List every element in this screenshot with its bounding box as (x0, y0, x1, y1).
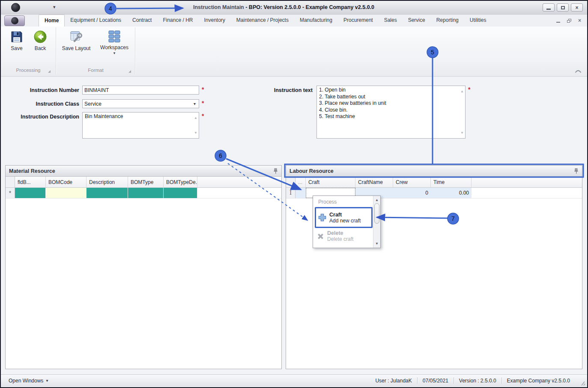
mdi-restore-button[interactable] (567, 17, 571, 24)
instruction-description-textarea[interactable]: Bin Maintenance ▲ ▼ (82, 112, 199, 139)
status-bar: Open Windows ▾ User : JulandaK 07/05/202… (1, 374, 587, 386)
save-layout-button[interactable]: Save Layout (59, 28, 93, 51)
instruction-text-value: 1. Open bin 2. Take batteries out 3. Pla… (319, 87, 386, 119)
column-header-craftname[interactable]: CraftName (355, 177, 393, 187)
cell-time[interactable]: 0.00 (431, 188, 472, 198)
column-header-dots[interactable]: ... (295, 177, 306, 187)
instruction-description-label: Instruction Description (5, 114, 79, 120)
minimize-icon (546, 9, 551, 10)
menu-item-delete-subtitle: Delete craft (327, 236, 353, 242)
instruction-description-value: Bin Maintenance (85, 113, 123, 119)
column-header-crew[interactable]: Crew (393, 177, 431, 187)
tab-inventory[interactable]: Inventory (198, 15, 230, 27)
column-header-bomtype[interactable]: BOMType (128, 177, 164, 187)
tab-utilities[interactable]: Utilities (464, 15, 492, 27)
material-resource-header: Material Resource (6, 166, 281, 177)
row-indicator-header (286, 177, 295, 187)
context-menu-header: Process (318, 199, 337, 205)
scrollbar-up-icon[interactable]: ▲ (373, 198, 380, 202)
instruction-number-input[interactable]: BINMAINT (82, 86, 199, 95)
scroll-up-icon[interactable]: ▲ (460, 88, 464, 95)
pin-icon[interactable] (273, 168, 278, 174)
tab-procurement[interactable]: Procurement (338, 15, 379, 27)
column-header-fldb[interactable]: fldB... (15, 177, 46, 187)
status-separator (454, 377, 454, 384)
cell-bomtypede[interactable] (164, 188, 197, 198)
tab-equipment-locations[interactable]: Equipment / Locations (65, 15, 127, 27)
cell-fldb[interactable] (15, 188, 46, 198)
scroll-down-icon[interactable]: ▼ (194, 130, 197, 136)
column-header-bomcode[interactable]: BOMCode (46, 177, 87, 187)
tab-manufacturing[interactable]: Manufacturing (294, 15, 338, 27)
back-button[interactable]: Back (29, 28, 51, 51)
tab-finance-hr[interactable]: Finance / HR (157, 15, 198, 27)
column-header-filler (197, 177, 281, 187)
group-caption-format: Format (57, 68, 135, 75)
column-header-description[interactable]: Description (87, 177, 128, 187)
ribbon: Save Back Save Layout (1, 27, 587, 77)
resize-grip-icon[interactable] (579, 381, 585, 386)
ribbon-group-separator (135, 27, 135, 74)
tab-sales[interactable]: Sales (379, 15, 403, 27)
scrollbar-down-icon[interactable]: ▼ (373, 242, 380, 246)
column-header-craft[interactable]: Craft (306, 177, 355, 187)
menu-item-delete-title: Delete (327, 230, 353, 236)
cell-bomcode[interactable] (46, 188, 87, 198)
material-grid-column-headers: fldB... BOMCode Description BOMType BOMT… (6, 177, 281, 188)
window-controls: × (543, 3, 583, 12)
application-window: ▾ Instruction Maintain - BPO: Version 2.… (0, 0, 588, 388)
instruction-text-label: Instruction text (241, 87, 313, 93)
pin-icon[interactable] (574, 168, 579, 174)
title-bar: ▾ Instruction Maintain - BPO: Version 2.… (1, 1, 587, 15)
status-separator (417, 377, 418, 384)
cell-bomtype[interactable] (128, 188, 164, 198)
app-logo-icon[interactable] (11, 3, 20, 12)
instruction-class-combobox[interactable]: Service ▾ (82, 99, 199, 108)
window-title-app: - BPO: Version 2.5.0.0 - Example Company… (244, 4, 374, 10)
status-company: Example Company v2.5.0.0 (507, 378, 570, 384)
context-menu-scrollbar[interactable]: ▲ ▼ (373, 196, 380, 248)
instruction-text-textarea[interactable]: 1. Open bin 2. Take batteries out 3. Pla… (316, 86, 466, 139)
material-new-row[interactable]: * (6, 188, 281, 198)
tab-reporting[interactable]: Reporting (431, 15, 464, 27)
cell-crew[interactable]: 0 (393, 188, 431, 198)
format-dialog-launcher-icon[interactable] (128, 70, 131, 73)
cell-description[interactable] (87, 188, 128, 198)
instruction-class-dropdown-icon[interactable]: ▾ (191, 101, 198, 107)
back-arrow-icon (33, 30, 47, 44)
tab-maintenance-projects[interactable]: Maintenance / Projects (231, 15, 294, 27)
application-menu-button[interactable] (4, 15, 25, 26)
window-title: Instruction Maintain - BPO: Version 2.5.… (193, 4, 374, 10)
status-version: Version : 2.5.0.0 (459, 378, 496, 384)
minimize-button[interactable] (543, 3, 555, 12)
menu-item-add-craft[interactable]: Craft Add new craft (315, 207, 373, 228)
group-caption-processing: Processing (1, 68, 56, 75)
mdi-minimize-icon (556, 22, 560, 23)
column-header-bomtypede[interactable]: BOMTypeDe... (164, 177, 197, 187)
tab-contract[interactable]: Contract (127, 15, 157, 27)
collapse-ribbon-icon[interactable] (574, 68, 582, 74)
scroll-up-icon[interactable]: ▲ (194, 115, 197, 121)
app-logo-small-icon (11, 17, 18, 24)
mdi-close-button[interactable]: × (578, 17, 581, 24)
maximize-button[interactable] (557, 3, 569, 12)
tab-service[interactable]: Service (403, 15, 431, 27)
required-marker: * (202, 86, 204, 93)
workspaces-button[interactable]: Workspaces ▾ (97, 28, 132, 55)
cell-dots[interactable] (295, 188, 306, 198)
processing-dialog-launcher-icon[interactable] (48, 70, 51, 73)
quick-access-caret-icon[interactable]: ▾ (53, 4, 56, 10)
column-header-time[interactable]: Time (431, 177, 472, 187)
scroll-down-icon[interactable]: ▼ (460, 130, 464, 136)
status-user: User : JulandaK (375, 378, 412, 384)
instruction-class-value: Service (84, 101, 101, 107)
mdi-minimize-button[interactable] (556, 17, 560, 24)
save-button[interactable]: Save (6, 28, 27, 51)
edit-row-indicator: I (286, 188, 295, 198)
open-windows-button[interactable]: Open Windows ▾ (9, 378, 48, 384)
close-button[interactable]: × (571, 3, 583, 12)
scrollbar-thumb[interactable] (374, 203, 379, 224)
cell-filler (472, 188, 582, 198)
mdi-restore-icon (567, 19, 571, 23)
tab-home[interactable]: Home (39, 15, 65, 27)
